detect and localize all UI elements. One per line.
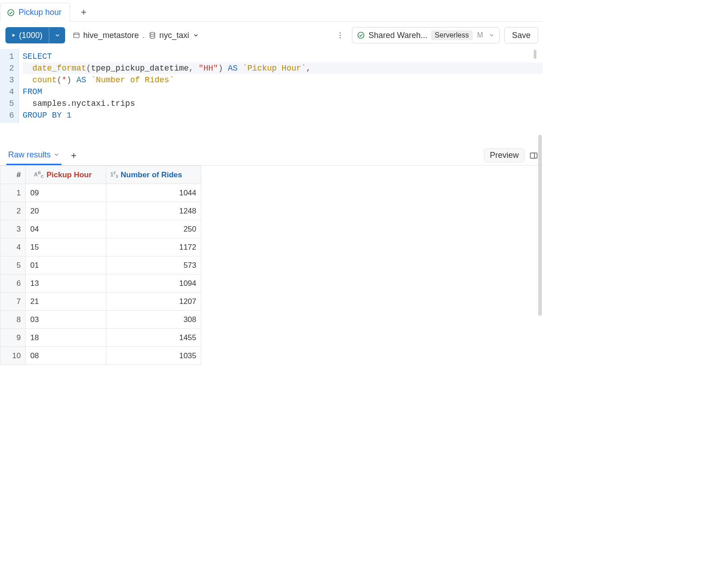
catalog-icon xyxy=(72,31,81,39)
column-header[interactable]: 123 Number of Rides xyxy=(106,166,201,184)
results-tab[interactable]: Raw results xyxy=(6,146,62,165)
cell: 1455 xyxy=(106,329,201,347)
cell: 15 xyxy=(26,238,106,256)
cell: 20 xyxy=(26,202,106,220)
row-index: 4 xyxy=(0,238,26,256)
row-index: 8 xyxy=(0,311,26,329)
table-row[interactable]: 803308 xyxy=(0,311,201,329)
table-row[interactable]: 4151172 xyxy=(0,238,201,256)
cell: 03 xyxy=(26,311,106,329)
database-icon xyxy=(148,31,156,39)
table-row[interactable]: 9181455 xyxy=(0,329,201,347)
editor-gutter: 123456 xyxy=(0,49,19,123)
catalog-name: hive_metastore xyxy=(83,31,139,40)
column-header[interactable]: ABC Pickup Hour xyxy=(26,166,106,184)
chevron-down-icon xyxy=(192,32,199,38)
row-index: 6 xyxy=(0,275,26,293)
warehouse-selector[interactable]: Shared Wareh... Serverless M xyxy=(352,27,500,43)
cell: 1094 xyxy=(106,275,201,293)
play-icon xyxy=(11,33,16,38)
row-index: 10 xyxy=(0,347,26,365)
svg-point-2 xyxy=(150,32,155,34)
column-name: Number of Rides xyxy=(121,171,182,180)
more-actions-button[interactable] xyxy=(335,30,346,41)
query-tab-title: Pickup hour xyxy=(19,8,62,17)
cell: 08 xyxy=(26,347,106,365)
row-index: 5 xyxy=(0,256,26,275)
row-index: 3 xyxy=(0,220,26,238)
table-header-row: # ABC Pickup Hour 123 Number of Rides xyxy=(0,166,201,184)
table-row[interactable]: 1091044 xyxy=(0,184,201,202)
warehouse-tag: Serverless xyxy=(431,30,473,40)
column-name: Pickup Hour xyxy=(47,171,92,180)
query-tab[interactable]: Pickup hour xyxy=(0,3,70,22)
check-circle-icon xyxy=(357,31,365,39)
table-row[interactable]: 10081035 xyxy=(0,347,201,365)
cell: 1248 xyxy=(106,202,201,220)
svg-rect-1 xyxy=(74,33,79,38)
cell: 1035 xyxy=(106,347,201,365)
table-row[interactable]: 7211207 xyxy=(0,293,201,311)
cell: 573 xyxy=(106,256,201,275)
cell: 308 xyxy=(106,311,201,329)
warehouse-size: M xyxy=(477,31,483,39)
run-button-group: (1000) xyxy=(5,27,65,43)
row-index: 7 xyxy=(0,293,26,311)
number-type-icon: 123 xyxy=(110,171,118,179)
check-circle-icon xyxy=(7,9,15,17)
row-index: 9 xyxy=(0,329,26,347)
row-index-header[interactable]: # xyxy=(0,166,26,184)
results-table: # ABC Pickup Hour 123 Number of Rides 10… xyxy=(0,166,201,365)
cell: 1207 xyxy=(106,293,201,311)
table-row[interactable]: 304250 xyxy=(0,220,201,238)
table-row[interactable]: 501573 xyxy=(0,256,201,275)
string-type-icon: ABC xyxy=(34,171,44,179)
save-button[interactable]: Save xyxy=(504,27,538,43)
cell: 1172 xyxy=(106,238,201,256)
run-dropdown-button[interactable] xyxy=(49,27,65,43)
chevron-down-icon xyxy=(487,32,495,38)
cell: 13 xyxy=(26,275,106,293)
cell: 09 xyxy=(26,184,106,202)
row-index: 2 xyxy=(0,202,26,220)
cell: 04 xyxy=(26,220,106,238)
add-visualization-button[interactable] xyxy=(70,152,78,160)
context-selector[interactable]: hive_metastore . nyc_taxi xyxy=(72,31,199,40)
run-limit-label: (1000) xyxy=(19,31,43,40)
table-row[interactable]: 2201248 xyxy=(0,202,201,220)
svg-point-4 xyxy=(339,35,341,36)
warehouse-name: Shared Wareh... xyxy=(369,31,427,40)
svg-point-5 xyxy=(339,37,341,38)
preview-button[interactable]: Preview xyxy=(484,148,525,162)
panel-toggle-icon[interactable] xyxy=(529,151,538,160)
vertical-scrollbar[interactable] xyxy=(538,135,542,316)
svg-point-3 xyxy=(339,32,341,33)
schema-name: nyc_taxi xyxy=(159,31,189,40)
new-tab-button[interactable] xyxy=(75,3,93,21)
table-row[interactable]: 6131094 xyxy=(0,275,201,293)
editor-scrollbar[interactable] xyxy=(534,50,536,59)
sql-editor[interactable]: 123456 SELECT date_format(tpep_pickup_da… xyxy=(0,49,543,146)
cell: 21 xyxy=(26,293,106,311)
cell: 250 xyxy=(106,220,201,238)
row-index: 1 xyxy=(0,184,26,202)
run-button[interactable]: (1000) xyxy=(5,27,49,43)
results-tab-label: Raw results xyxy=(8,150,51,160)
chevron-down-icon xyxy=(53,152,60,158)
cell: 18 xyxy=(26,329,106,347)
svg-rect-7 xyxy=(531,153,537,158)
cell: 01 xyxy=(26,256,106,275)
cell: 1044 xyxy=(106,184,201,202)
